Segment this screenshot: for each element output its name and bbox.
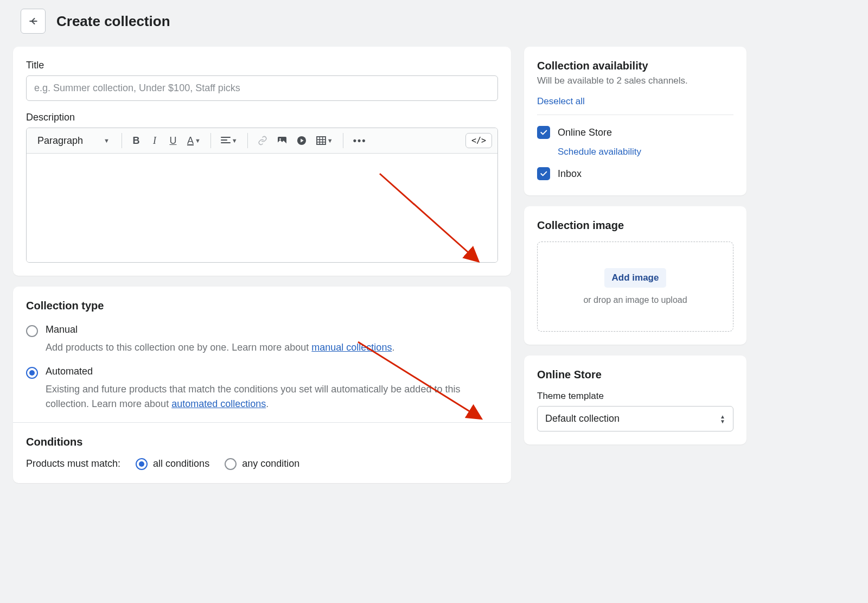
chevron-down-icon: ▼ [327, 137, 333, 144]
format-select[interactable]: Paragraph ▼ [32, 133, 115, 149]
check-icon [539, 128, 548, 137]
availability-heading: Collection availability [537, 60, 733, 72]
all-conditions-label: all conditions [153, 458, 209, 469]
divider [13, 422, 511, 423]
deselect-all-link[interactable]: Deselect all [537, 96, 733, 107]
underline-icon: U [169, 135, 176, 147]
divider [537, 115, 733, 115]
theme-template-value: Default collection [545, 413, 620, 424]
collection-image-card: Collection image Add image or drop an im… [524, 206, 746, 345]
code-icon: </> [471, 136, 486, 145]
title-input[interactable] [26, 75, 498, 101]
any-condition-label: any condition [242, 458, 299, 469]
image-heading: Collection image [537, 219, 733, 232]
toolbar-separator [122, 133, 122, 148]
availability-card: Collection availability Will be availabl… [524, 47, 746, 195]
align-left-icon [221, 136, 231, 145]
drop-hint: or drop an image to upload [548, 295, 722, 305]
chevron-down-icon: ▼ [232, 137, 238, 144]
manual-description: Add products to this collection one by o… [46, 340, 498, 355]
automated-description: Existing and future products that match … [46, 382, 498, 411]
align-button[interactable]: ▼ [218, 132, 241, 149]
radio-any-condition[interactable] [225, 458, 237, 470]
link-icon [258, 136, 267, 145]
toolbar-separator [247, 133, 248, 148]
match-label: Products must match: [26, 458, 120, 469]
play-circle-icon [297, 136, 307, 145]
ellipsis-icon: ••• [353, 135, 367, 147]
theme-template-select[interactable]: Default collection ▲▼ [537, 406, 733, 431]
svg-rect-3 [317, 137, 326, 144]
table-button[interactable]: ▼ [313, 132, 336, 149]
image-button[interactable] [274, 132, 290, 149]
table-icon [316, 136, 326, 145]
select-arrows-icon: ▲▼ [720, 414, 725, 424]
collection-type-heading: Collection type [26, 300, 498, 312]
inbox-label: Inbox [558, 168, 582, 180]
svg-point-1 [279, 138, 281, 140]
underline-button[interactable]: U [165, 132, 181, 149]
back-button[interactable] [21, 9, 46, 34]
theme-template-label: Theme template [537, 391, 733, 402]
automated-collections-link[interactable]: automated collections [171, 398, 266, 409]
chevron-down-icon: ▼ [104, 137, 110, 144]
italic-icon: I [153, 135, 156, 147]
link-button[interactable] [254, 132, 271, 149]
online-store-card: Online Store Theme template Default coll… [524, 356, 746, 445]
toolbar-separator [343, 133, 343, 148]
html-toggle-button[interactable]: </> [465, 133, 492, 148]
chevron-down-icon: ▼ [195, 137, 201, 144]
conditions-heading: Conditions [26, 436, 498, 448]
availability-sub: Will be available to 2 sales channels. [537, 75, 733, 86]
online-store-heading: Online Store [537, 369, 733, 381]
arrow-left-icon [28, 16, 39, 27]
description-textarea[interactable] [27, 154, 497, 262]
text-color-icon: A [187, 135, 194, 147]
bold-button[interactable]: B [129, 132, 144, 149]
radio-manual[interactable] [26, 325, 38, 337]
online-store-label: Online Store [558, 127, 612, 138]
manual-collections-link[interactable]: manual collections [311, 342, 392, 353]
add-image-button[interactable]: Add image [604, 268, 667, 288]
bold-icon: B [132, 135, 139, 147]
image-dropzone[interactable]: Add image or drop an image to upload [537, 242, 733, 332]
italic-button[interactable]: I [147, 132, 162, 149]
video-button[interactable] [293, 132, 310, 149]
description-editor: Paragraph ▼ B I U A ▼ [26, 128, 498, 263]
text-color-button[interactable]: A ▼ [184, 132, 204, 149]
title-label: Title [26, 60, 498, 71]
radio-all-conditions[interactable] [136, 458, 148, 470]
check-icon [539, 169, 548, 178]
description-label: Description [26, 112, 498, 123]
radio-automated-label: Automated [46, 366, 93, 379]
collection-type-card: Collection type Manual Add products to t… [13, 287, 511, 483]
radio-automated[interactable] [26, 367, 38, 379]
radio-manual-label: Manual [46, 324, 78, 337]
editor-toolbar: Paragraph ▼ B I U A ▼ [27, 128, 497, 154]
details-card: Title Description Paragraph ▼ B I U [13, 47, 511, 276]
checkbox-inbox[interactable] [537, 167, 550, 180]
page-title: Create collection [56, 13, 170, 30]
format-select-label: Paragraph [37, 135, 83, 147]
image-icon [277, 136, 287, 145]
toolbar-separator [210, 133, 211, 148]
schedule-availability-link[interactable]: Schedule availability [558, 147, 641, 157]
more-button[interactable]: ••• [350, 132, 370, 149]
checkbox-online-store[interactable] [537, 126, 550, 139]
